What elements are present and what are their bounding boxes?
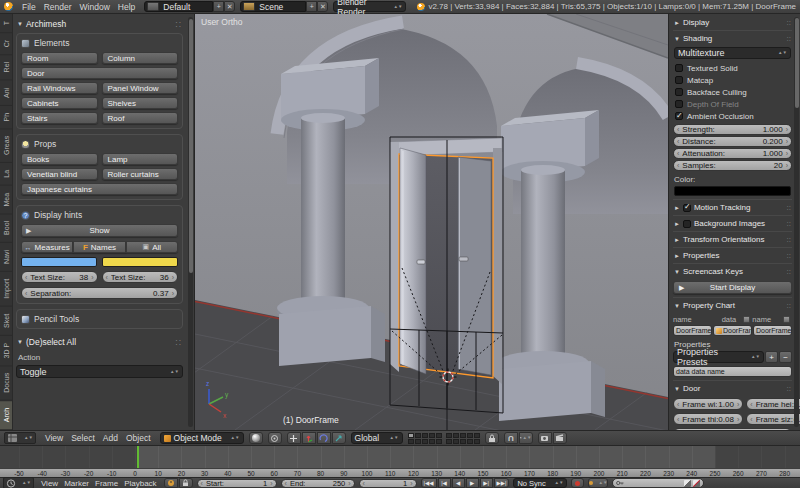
menu-select[interactable]: Select <box>67 433 99 443</box>
properties-presets-dropdown[interactable]: Properties Presets▲▼ <box>673 351 764 363</box>
menu-object[interactable]: Object <box>122 433 155 443</box>
books-button[interactable]: Books <box>21 153 98 165</box>
depth-of-field-row[interactable]: Depth Of Field <box>673 98 792 110</box>
layer-cell[interactable] <box>474 433 480 438</box>
matcap-checkbox[interactable] <box>675 76 683 84</box>
toolshelf-scrollbar[interactable] <box>188 17 193 427</box>
frame-size-field[interactable]: ‹Frame siz:0.08› <box>746 413 800 425</box>
play-reverse-button[interactable]: ◀ <box>452 478 465 488</box>
archimesh-panel-header[interactable]: ▼ Archimesh :: <box>16 16 183 33</box>
screen-layout-value[interactable]: Default <box>161 2 212 12</box>
frame-thickness-field[interactable]: ‹Frame thi:0.08› <box>673 413 743 425</box>
roller-curtains-button[interactable]: Roller curtains <box>102 168 179 180</box>
editor-type-selector[interactable]: ▲▼ <box>4 432 36 444</box>
layer-cell[interactable] <box>446 439 452 444</box>
toolshelf-tab-arch[interactable]: Arch <box>0 401 12 430</box>
toolshelf-tab-greas[interactable]: Greas <box>0 129 12 163</box>
layer-cell[interactable] <box>408 433 414 438</box>
jump-to-next-keyframe-button[interactable]: ▶| <box>480 478 493 488</box>
scale-manipulator-button[interactable] <box>332 432 346 444</box>
cabinets-button[interactable]: Cabinets <box>21 97 98 109</box>
layer-cell[interactable] <box>436 433 442 438</box>
depth-of-field-checkbox[interactable] <box>675 100 683 108</box>
ao-strength-field[interactable]: ‹Strength: 1.000› <box>673 124 792 135</box>
venetian-blind-button[interactable]: Venetian blind <box>21 168 98 180</box>
panel-drag-dots-icon[interactable]: :: <box>175 337 182 347</box>
jump-to-end-button[interactable]: ▶▶| <box>494 478 510 488</box>
pivot-point-dropdown[interactable] <box>268 432 282 444</box>
motion-tracking-checkbox[interactable] <box>683 204 691 212</box>
ambient-occlusion-row[interactable]: Ambient Occlusion <box>673 110 792 122</box>
toolshelf-tab-ani[interactable]: Ani <box>0 81 12 106</box>
jump-to-start-button[interactable]: |◀◀ <box>421 478 437 488</box>
start-display-button[interactable]: ▶ Start Display <box>673 281 792 294</box>
rotate-manipulator-button[interactable] <box>317 432 331 444</box>
menu-file[interactable]: File <box>18 2 40 12</box>
ao-attenuation-field[interactable]: ‹Attenuation: 1.000› <box>673 148 792 159</box>
add-preset-button[interactable]: + <box>765 351 778 363</box>
layer-cell[interactable] <box>415 433 421 438</box>
npanel-scrollbar[interactable] <box>794 17 799 427</box>
ao-samples-field[interactable]: ‹Samples: 20› <box>673 160 792 171</box>
shading-mode-dropdown[interactable]: Multitexture ▲▼ <box>674 47 791 59</box>
close-layout-button[interactable]: ✕ <box>224 1 235 12</box>
background-images-panel-header[interactable]: ► Background Images:: <box>673 215 792 231</box>
lock-to-scene-button[interactable] <box>485 432 499 444</box>
chart-name-field-1[interactable]: DoorFrame <box>673 325 712 336</box>
layer-cell[interactable] <box>460 433 466 438</box>
toolshelf-tab-cr[interactable]: Cr <box>0 33 12 55</box>
play-button[interactable]: ▶ <box>466 478 479 488</box>
viewport-3d[interactable]: z y x User Ortho (1) DoorFrame <box>195 14 668 430</box>
toolshelf-tab-mea[interactable]: Mea <box>0 186 12 214</box>
toolshelf-tab-docus[interactable]: Docus <box>0 366 12 401</box>
layer-cell[interactable] <box>429 433 435 438</box>
matcap-row[interactable]: Matcap <box>673 74 792 86</box>
close-scene-button[interactable]: ✕ <box>317 1 328 12</box>
layer-cell[interactable] <box>453 439 459 444</box>
screencast-keys-panel-header[interactable]: ▼Screencast Keys:: <box>673 263 792 279</box>
layer-cell[interactable] <box>429 439 435 444</box>
jump-to-prev-keyframe-button[interactable]: |◀ <box>438 478 451 488</box>
toolshelf-tab-ph[interactable]: Ph <box>0 106 12 129</box>
door-panel-header[interactable]: ▼Door:: <box>673 380 792 396</box>
toolshelf-tab-navi[interactable]: Navi <box>0 243 12 272</box>
menu-view[interactable]: View <box>38 479 61 488</box>
scene-selector[interactable]: Scene + ✕ <box>240 1 328 12</box>
current-frame-field[interactable]: ‹1› <box>359 479 417 488</box>
toolshelf-tabs[interactable]: TCrRelAniPhGreasLaMeaBoolNaviImportSket3… <box>0 14 13 430</box>
text-size-field-1[interactable]: ‹Text Size: 38› <box>21 271 98 283</box>
blender-logo-icon[interactable] <box>4 2 13 11</box>
current-frame-line[interactable] <box>137 446 139 468</box>
ao-color-swatch[interactable] <box>674 186 791 196</box>
roof-button[interactable]: Roof <box>102 112 179 124</box>
chart-name-field-2[interactable]: DoorFrame.002 <box>753 325 792 336</box>
scene-value[interactable]: Scene <box>257 2 305 12</box>
menu-window[interactable]: Window <box>76 2 114 12</box>
display-panel-header[interactable]: ►Display:: <box>673 15 792 30</box>
layer-cell[interactable] <box>422 433 428 438</box>
snap-toggle[interactable]: U <box>504 432 518 444</box>
layer-cell[interactable] <box>467 433 473 438</box>
measures-color-swatch[interactable] <box>21 257 97 267</box>
toolshelf-tab-la[interactable]: La <box>0 163 12 186</box>
layers-widget[interactable] <box>408 433 480 444</box>
frame-height-field[interactable]: ‹Frame hei:2.10› <box>746 398 800 410</box>
all-toggle[interactable]: ▣ All <box>126 241 178 253</box>
timeline-ruler[interactable]: -50-40-30-20-100102030405060708090100110… <box>0 468 800 477</box>
menu-render[interactable]: Render <box>40 2 76 12</box>
names-toggle[interactable]: F Names <box>73 241 125 253</box>
frame-end-field[interactable]: ‹End: 250› <box>281 479 355 488</box>
door-button[interactable]: Door <box>21 67 178 79</box>
layer-cell[interactable] <box>422 439 428 444</box>
playback-range-button[interactable] <box>164 478 178 488</box>
action-dropdown[interactable]: Toggle ▲▼ <box>16 365 183 378</box>
text-size-field-2[interactable]: ‹Text Size: 36› <box>102 271 179 283</box>
properties-panel-header[interactable]: ►Properties:: <box>673 247 792 263</box>
panel-window-button[interactable]: Panel Window <box>102 82 179 94</box>
menu-playback[interactable]: Playback <box>121 479 159 488</box>
backface-culling-row[interactable]: Backface Culling <box>673 86 792 98</box>
layer-cell[interactable] <box>415 439 421 444</box>
backface-culling-checkbox[interactable] <box>675 88 683 96</box>
shelves-button[interactable]: Shelves <box>102 97 179 109</box>
ambient-occlusion-checkbox[interactable] <box>675 112 683 120</box>
